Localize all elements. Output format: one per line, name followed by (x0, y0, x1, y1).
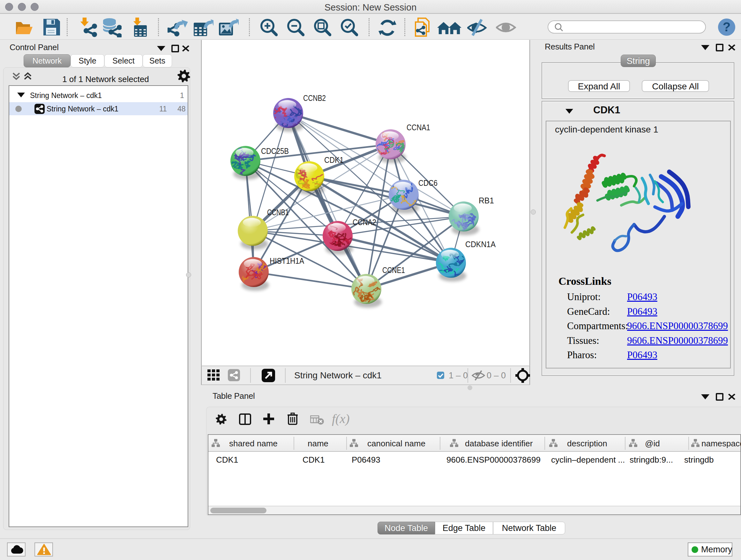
svg-text:CCNB1: CCNB1 (267, 208, 289, 217)
svg-text:CCNB2: CCNB2 (303, 94, 326, 103)
svg-text:CCNA2: CCNA2 (353, 218, 376, 227)
svg-text:HIST1H1A: HIST1H1A (270, 256, 304, 265)
svg-text:CCNE1: CCNE1 (382, 266, 405, 274)
svg-text:CDC6: CDC6 (418, 179, 437, 187)
svg-text:RB1: RB1 (479, 196, 494, 205)
svg-text:CDC25B: CDC25B (261, 146, 289, 155)
svg-text:CCNA1: CCNA1 (407, 123, 430, 132)
svg-text:CDKN1A: CDKN1A (465, 240, 495, 249)
svg-text:CDK1: CDK1 (324, 155, 344, 165)
